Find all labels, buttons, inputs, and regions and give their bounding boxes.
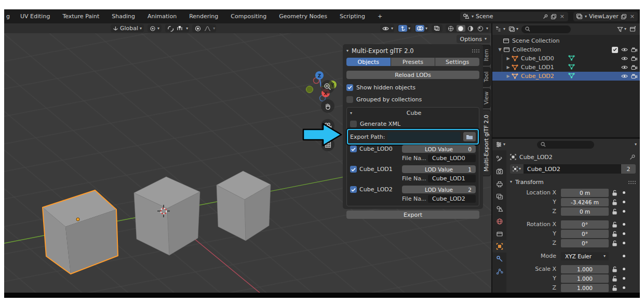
generate-xml-checkbox[interactable]: [350, 121, 357, 127]
tab-view-layer[interactable]: [492, 190, 506, 203]
navigation-axis-gizmo[interactable]: Z Y X: [292, 48, 339, 103]
chevron-down-icon[interactable]: ▾: [213, 27, 215, 31]
chevron-down-icon[interactable]: ▾: [391, 27, 393, 31]
tab-presets[interactable]: Presets: [391, 58, 435, 66]
animate-dot[interactable]: [620, 232, 627, 235]
scale-z-field[interactable]: 1.000: [561, 284, 609, 292]
collection-checkbox[interactable]: [612, 47, 618, 53]
drag-grip-icon[interactable]: [472, 49, 479, 52]
workspace-tab-shading[interactable]: Shading: [105, 9, 141, 23]
falloff-curve-icon[interactable]: [203, 25, 212, 32]
axis-z-ball[interactable]: Z: [315, 71, 324, 80]
workspace-tab-compositing[interactable]: Compositing: [224, 9, 273, 23]
wireframe-shading-icon[interactable]: [447, 25, 455, 32]
transform-orientation-dropdown[interactable]: Global ▾: [111, 24, 144, 32]
reload-lods-button[interactable]: Reload LODs: [346, 71, 479, 79]
lock-icon[interactable]: [609, 240, 620, 246]
drag-grip-icon[interactable]: [628, 180, 636, 184]
lod2-value-slider[interactable]: LOD Value2: [402, 186, 476, 193]
disclosure-collapsed-icon[interactable]: ▶: [505, 56, 512, 61]
location-y-field[interactable]: -3.4246 m: [561, 198, 609, 206]
row-cube-lod2-selected[interactable]: ▶ Cube_LOD2: [492, 72, 640, 81]
location-x-field[interactable]: 0 m: [561, 189, 609, 197]
animate-dot[interactable]: [620, 277, 627, 280]
tab-modifiers[interactable]: [492, 253, 506, 265]
zoom-button[interactable]: [321, 80, 334, 94]
scene-selector[interactable]: ▾ Scene ×: [460, 12, 568, 21]
browse-folder-button[interactable]: [463, 132, 476, 141]
animate-dot[interactable]: [620, 201, 627, 203]
snap-target-icon[interactable]: [176, 25, 185, 32]
workspace-tab-geometry-nodes[interactable]: Geometry Nodes: [273, 9, 333, 23]
lod0-checkbox[interactable]: [350, 146, 357, 152]
animate-dot[interactable]: [620, 223, 627, 226]
object-id-dropdown[interactable]: ▾: [510, 164, 524, 174]
camera-visibility-icon[interactable]: [631, 65, 637, 70]
tab-render[interactable]: [492, 165, 506, 178]
scale-y-field[interactable]: 1.000: [561, 274, 609, 283]
material-preview-icon[interactable]: [466, 25, 475, 32]
chevron-down-icon[interactable]: ▾: [585, 15, 587, 19]
transform-panel-header[interactable]: ▾ Transform: [510, 178, 636, 186]
workspace-tab-rendering[interactable]: Rendering: [183, 9, 224, 23]
users-count-badge[interactable]: 2: [621, 164, 636, 174]
workspace-tab-texture-paint[interactable]: Texture Paint: [56, 9, 105, 23]
export-path-input[interactable]: [387, 132, 461, 141]
animate-dot[interactable]: [620, 242, 627, 244]
proportional-editing-controls[interactable]: ▾: [192, 24, 216, 32]
chevron-down-icon[interactable]: ▾: [186, 27, 188, 31]
tab-objects[interactable]: Objects: [346, 58, 391, 66]
lock-icon[interactable]: [609, 208, 620, 215]
visibility-eye-icon[interactable]: [381, 25, 390, 32]
panel-header[interactable]: ▾ Multi-Export glTF 2.0: [346, 46, 479, 55]
tab-tool[interactable]: [492, 153, 506, 165]
copy-icon[interactable]: [551, 14, 557, 20]
hide-eye-icon[interactable]: [621, 74, 628, 78]
animate-dot[interactable]: [620, 286, 627, 289]
pivot-point-dropdown[interactable]: ▾: [147, 24, 162, 32]
editor-type-dropdown[interactable]: ▾: [495, 141, 505, 148]
rotation-z-field[interactable]: 0°: [561, 239, 609, 247]
properties-search-input[interactable]: [537, 141, 594, 149]
hide-eye-icon[interactable]: [621, 56, 628, 61]
tab-object-active[interactable]: [492, 240, 506, 253]
viewlayer-name[interactable]: ViewLayer: [589, 13, 619, 20]
proportional-edit-icon[interactable]: [193, 25, 202, 32]
disclosure-collapsed-icon[interactable]: ▶: [505, 74, 512, 78]
tab-settings[interactable]: Settings: [435, 58, 479, 66]
lod2-filename-input[interactable]: Cube_LOD2: [428, 195, 476, 203]
chevron-down-icon[interactable]: ▾: [472, 15, 474, 19]
workspace-tab-scripting[interactable]: Scripting: [333, 9, 371, 23]
close-icon[interactable]: ×: [629, 13, 636, 20]
row-collection[interactable]: ▼ Collection: [492, 45, 640, 54]
animate-dot[interactable]: [620, 268, 627, 270]
lock-icon[interactable]: [609, 231, 620, 237]
row-cube-lod0[interactable]: ▶ Cube_LOD0: [492, 54, 640, 63]
rotation-mode-dropdown[interactable]: XYZ Euler▾: [561, 252, 609, 260]
location-z-field[interactable]: 0 m: [561, 207, 609, 216]
chevron-down-icon[interactable]: ▾: [408, 27, 410, 31]
animate-dot[interactable]: [620, 255, 627, 257]
lod1-checkbox[interactable]: [350, 166, 357, 173]
rotation-y-field[interactable]: 0°: [561, 230, 609, 238]
lock-icon[interactable]: [609, 199, 620, 205]
workspace-tab-animation[interactable]: Animation: [141, 9, 183, 23]
object-name-input[interactable]: Cube_LOD2: [524, 164, 621, 174]
xray-icon[interactable]: [433, 25, 441, 32]
copy-icon[interactable]: [621, 14, 627, 20]
lock-icon[interactable]: [609, 275, 620, 282]
lod2-checkbox[interactable]: [350, 186, 357, 193]
disclosure-collapsed-icon[interactable]: ▶: [505, 65, 512, 70]
lock-icon[interactable]: [609, 266, 620, 272]
scene-name[interactable]: Scene: [476, 13, 540, 20]
pin-icon[interactable]: [629, 154, 636, 161]
close-icon[interactable]: ×: [559, 13, 566, 20]
filter-dropdown[interactable]: ▾: [617, 27, 626, 32]
grouped-checkbox[interactable]: [346, 96, 353, 103]
overlays-toggle-group[interactable]: ▾: [414, 24, 428, 32]
workspace-tab-partial[interactable]: g: [4, 9, 14, 23]
hide-eye-icon[interactable]: [621, 47, 628, 52]
3d-viewport[interactable]: Global ▾ ▾ ▾ ▾: [4, 23, 492, 293]
lock-icon[interactable]: [609, 285, 620, 291]
add-workspace-button[interactable]: +: [371, 9, 388, 23]
